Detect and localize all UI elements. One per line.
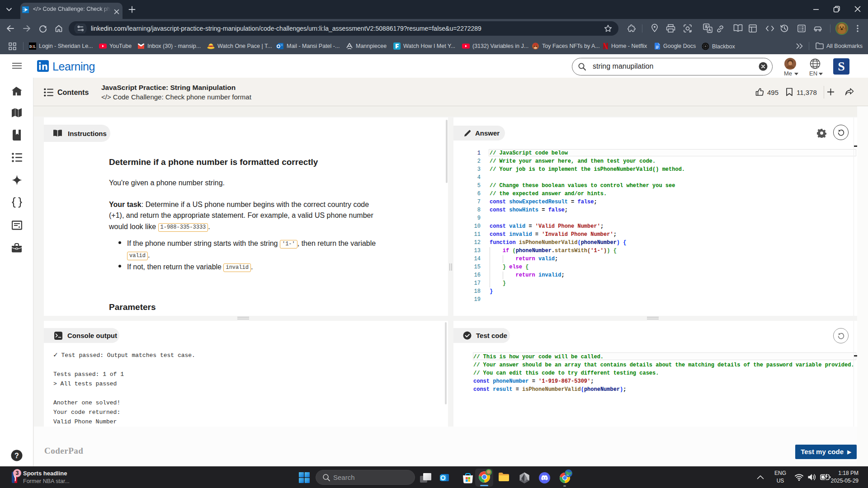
svg-text:D2L: D2L <box>29 45 36 49</box>
svg-text:?: ? <box>14 452 19 460</box>
